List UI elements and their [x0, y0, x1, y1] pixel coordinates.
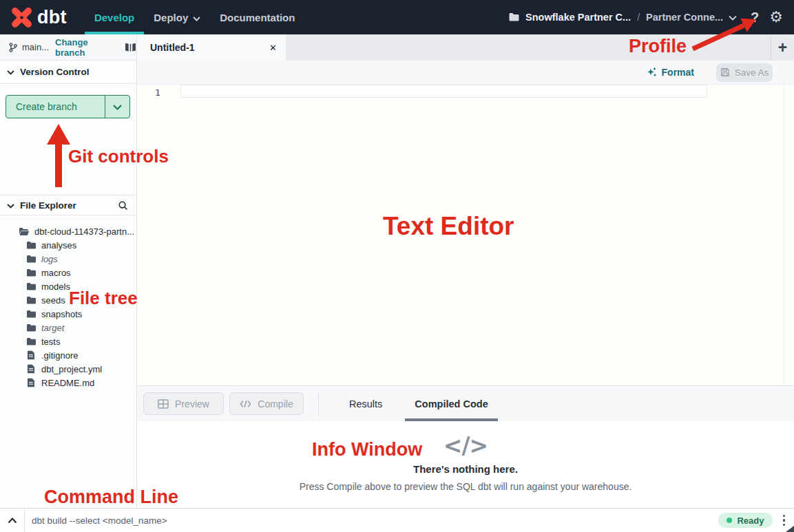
top-navbar: dbt Develop Deploy Documentation Snowfla…: [0, 0, 794, 34]
tab-label: Compiled Code: [415, 398, 488, 409]
compile-button[interactable]: Compile: [229, 392, 304, 415]
file-explorer-header[interactable]: File Explorer: [0, 195, 136, 215]
folder-icon: [25, 296, 36, 305]
editor-scroll-gutter: [784, 85, 784, 385]
chevron-down-icon: [7, 67, 14, 77]
save-as-label: Save As: [735, 67, 769, 78]
nav-item-documentation[interactable]: Documentation: [210, 0, 304, 34]
command-line-bar: Ready: [0, 508, 794, 532]
folder-icon: [25, 255, 36, 264]
tree-item-macros[interactable]: macros: [0, 266, 136, 279]
empty-state-hint: Press Compile above to preview the SQL d…: [137, 481, 794, 492]
tab-title: Untitled-1: [150, 42, 195, 53]
chevron-down-icon: [729, 11, 737, 23]
sparkle-icon: [646, 67, 657, 78]
close-icon[interactable]: ✕: [269, 43, 277, 53]
file-icon: [25, 350, 36, 360]
logo-text: dbt: [37, 7, 67, 28]
tree-item-readme-md[interactable]: README.md: [0, 376, 136, 390]
project-switcher[interactable]: Snowflake Partner C... / Partner Conne..…: [508, 11, 737, 23]
folder-icon: [25, 241, 36, 250]
change-branch-link[interactable]: Change branch: [55, 37, 117, 58]
branch-row: main... Change branch: [0, 34, 137, 61]
chevron-down-icon: [193, 12, 200, 23]
resize-grip-icon[interactable]: [786, 526, 794, 532]
tree-item-label: logs: [41, 254, 58, 264]
tree-item-label: seeds: [41, 295, 65, 306]
empty-state: </> There's nothing here. Press Compile …: [137, 421, 794, 492]
tree-item-tests[interactable]: tests: [0, 334, 136, 348]
file-icon: [25, 364, 36, 374]
tree-item-label: dbt_project.yml: [41, 364, 102, 374]
toolbar-divider: [318, 392, 319, 416]
nav-item-develop[interactable]: Develop: [85, 0, 144, 34]
kebab-menu-icon[interactable]: [783, 515, 786, 526]
tab-untitled-1[interactable]: Untitled-1 ✕: [137, 34, 286, 61]
folder-icon: [25, 337, 36, 346]
tree-item-dbt-cloud-114373-partn-[interactable]: dbt-cloud-114373-partn...: [0, 224, 136, 238]
format-button[interactable]: Format: [646, 67, 694, 78]
dbt-logo[interactable]: dbt: [10, 6, 67, 29]
nav-item-label: Develop: [94, 12, 134, 23]
expand-command-panel-button[interactable]: [0, 509, 25, 532]
tree-item-label: README.md: [41, 378, 94, 388]
info-window-toolbar: Preview Compile Results Compiled Code: [137, 385, 794, 421]
folder-icon: [25, 310, 36, 319]
save-as-button[interactable]: Save As: [716, 63, 773, 82]
file-icon: [25, 378, 36, 387]
tree-item-label: analyses: [41, 240, 76, 251]
folder-icon: [19, 227, 30, 236]
project-account: Snowflake Partner C...: [525, 12, 631, 23]
code-icon: </>: [137, 432, 794, 459]
empty-state-title: There's nothing here.: [137, 463, 794, 475]
docs-book-icon[interactable]: [125, 43, 136, 52]
status-dot-icon: [727, 518, 732, 523]
create-branch-label: Create branch: [16, 101, 77, 112]
nav-item-label: Deploy: [154, 12, 188, 23]
tree-item-label: tests: [41, 337, 60, 347]
project-environment: Partner Conne...: [646, 12, 723, 23]
dbt-logo-icon: [10, 6, 33, 29]
info-window: Preview Compile Results Compiled Code </…: [137, 385, 794, 508]
tab-compiled-code[interactable]: Compiled Code: [415, 386, 488, 421]
command-input[interactable]: [32, 515, 718, 526]
folder-icon: [25, 268, 36, 277]
file-tree: dbt-cloud-114373-partn...analyseslogsmac…: [0, 215, 136, 390]
text-editor[interactable]: 1: [137, 85, 794, 385]
tree-item-seeds[interactable]: seeds: [0, 293, 136, 307]
tree-item-target[interactable]: target: [0, 321, 136, 334]
version-control-header[interactable]: Version Control: [0, 61, 136, 84]
nav-item-deploy[interactable]: Deploy: [144, 0, 210, 34]
tree-item-label: target: [41, 323, 64, 333]
tree-item-label: snapshots: [41, 309, 82, 319]
gear-icon[interactable]: ⚙: [769, 10, 783, 25]
tree-item-snapshots[interactable]: snapshots: [0, 307, 136, 321]
tab-results[interactable]: Results: [349, 386, 382, 421]
tree-item-label: models: [41, 281, 70, 292]
git-branch-icon: [8, 42, 18, 53]
current-branch-label: main...: [22, 42, 49, 52]
tree-item-models[interactable]: models: [0, 279, 136, 293]
editor-active-line[interactable]: [180, 85, 707, 98]
editor-tab-strip: Untitled-1 ✕ +: [137, 34, 794, 61]
tree-item-dbt-project-yml[interactable]: dbt_project.yml: [0, 362, 136, 376]
create-branch-button[interactable]: Create branch: [6, 95, 130, 118]
new-tab-button[interactable]: +: [771, 34, 794, 61]
line-number: 1: [155, 87, 160, 98]
status-label: Ready: [737, 515, 764, 526]
chevron-down-icon: [7, 200, 14, 211]
tree-item-analyses[interactable]: analyses: [0, 238, 136, 252]
folder-icon: [25, 323, 36, 332]
folder-icon: [508, 12, 520, 22]
file-explorer-title: File Explorer: [20, 200, 112, 211]
table-icon: [158, 399, 169, 409]
tree-item--gitignore[interactable]: .gitignore: [0, 348, 136, 362]
tree-item-logs[interactable]: logs: [0, 252, 136, 266]
editor-toolbar: Format Save As: [137, 61, 794, 85]
search-icon[interactable]: [118, 200, 128, 211]
help-icon[interactable]: ?: [751, 10, 759, 25]
preview-button[interactable]: Preview: [143, 392, 224, 415]
preview-label: Preview: [175, 398, 209, 409]
sidebar: Version Control Create branch File Explo…: [0, 61, 137, 508]
create-branch-menu-button[interactable]: [105, 96, 129, 118]
